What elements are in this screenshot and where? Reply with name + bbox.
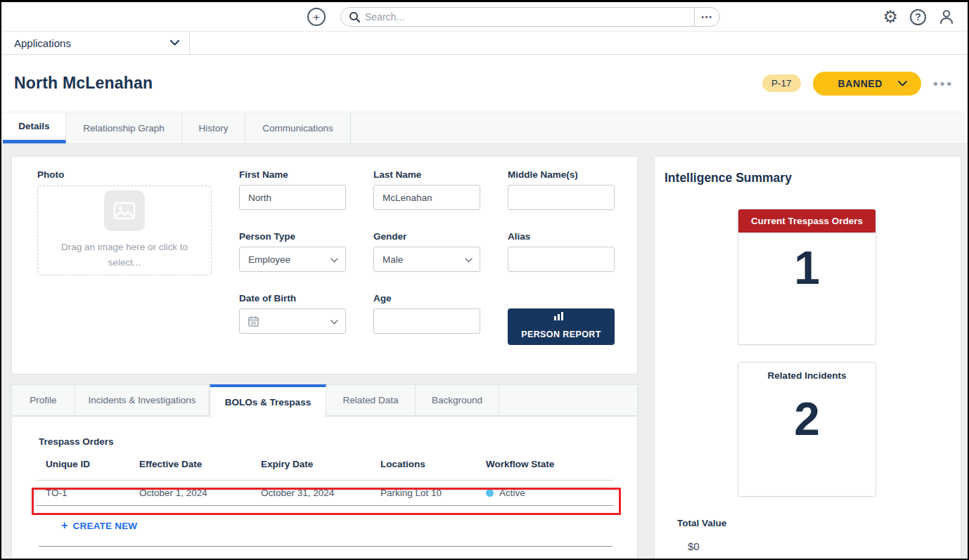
applications-dropdown-label: Applications: [14, 37, 71, 49]
column-effective-date: Effective Date: [129, 456, 251, 481]
person-type-value: Employee: [248, 254, 290, 265]
last-name-label: Last Name: [373, 169, 421, 180]
content-area: Photo Drag an image here or click to sel…: [1, 144, 968, 559]
workflow-status-label: BANNED: [838, 78, 883, 89]
column-expiry-date: Expiry Date: [251, 456, 371, 481]
tab-details[interactable]: Details: [3, 112, 66, 143]
page-title: North McLenahan: [14, 74, 153, 93]
calendar-icon: [248, 315, 259, 327]
main-tab-bar: Details Relationship Graph History Commu…: [1, 112, 968, 144]
bar-chart-icon: [554, 312, 564, 321]
age-label: Age: [373, 293, 392, 304]
search-input[interactable]: [365, 8, 694, 26]
subtab-background[interactable]: Background: [416, 385, 499, 415]
dob-label: Date of Birth: [239, 293, 296, 304]
page-header-actions: P-17 BANNED •••: [762, 72, 954, 96]
applications-bar: Applications: [1, 32, 968, 55]
topbar-actions: ⚙ ?: [883, 2, 955, 32]
related-incidents-count: 2: [738, 393, 875, 445]
person-report-label: PERSON REPORT: [521, 328, 601, 341]
subtab-profile[interactable]: Profile: [12, 385, 75, 415]
cell-expiry-date[interactable]: October 31, 2024: [251, 481, 371, 506]
person-details-card: Photo Drag an image here or click to sel…: [11, 156, 638, 375]
related-incidents-header: Related Incidents: [738, 363, 875, 384]
middle-name-label: Middle Name(s): [508, 169, 578, 180]
column-unique-id: Unique ID: [36, 456, 129, 481]
chevron-down-icon: [170, 40, 179, 46]
middle-name-field[interactable]: [508, 185, 615, 210]
intelligence-summary-panel: Intelligence Summary Current Trespass Or…: [654, 156, 961, 560]
current-trespass-orders-header: Current Trespass Orders: [738, 209, 875, 233]
workflow-state-text: Active: [499, 488, 525, 498]
photo-label: Photo: [37, 169, 64, 180]
first-name-label: First Name: [239, 169, 288, 180]
search-bar[interactable]: •••: [340, 7, 720, 27]
cell-locations[interactable]: Parking Lot 10: [371, 481, 476, 506]
age-field[interactable]: [373, 308, 480, 334]
gear-icon[interactable]: ⚙: [883, 8, 898, 25]
total-value-amount: $0: [688, 540, 700, 552]
column-locations: Locations: [371, 456, 476, 481]
chevron-down-icon: [331, 254, 338, 265]
table-row[interactable]: TO-1 October 1, 2024 October 31, 2024 Pa…: [36, 481, 614, 506]
chevron-down-icon: [331, 316, 338, 327]
tab-relationship-graph[interactable]: Relationship Graph: [66, 112, 182, 143]
alias-label: Alias: [508, 231, 530, 242]
last-name-field[interactable]: [373, 185, 480, 210]
photo-dropzone[interactable]: Drag an image here or click to select...: [37, 185, 212, 275]
first-name-field[interactable]: [239, 185, 346, 210]
person-report-button[interactable]: PERSON REPORT: [508, 308, 615, 345]
active-status-dot: [486, 489, 494, 497]
gender-value: Male: [383, 254, 403, 265]
person-type-label: Person Type: [239, 231, 295, 242]
chevron-down-icon: [898, 81, 907, 86]
related-incidents-card: Related Incidents 2: [738, 362, 876, 497]
dob-picker[interactable]: [239, 308, 346, 334]
table-header-row: Unique ID Effective Date Expiry Date Loc…: [36, 456, 614, 481]
applications-dropdown[interactable]: Applications: [1, 32, 190, 54]
create-new-label: CREATE NEW: [73, 521, 138, 531]
cell-effective-date[interactable]: October 1, 2024: [129, 481, 251, 506]
gender-label: Gender: [373, 231, 406, 242]
current-trespass-orders-card: Current Trespass Orders 1: [738, 209, 876, 345]
subtab-bolos-trespass[interactable]: BOLOs & Trespass: [210, 384, 326, 417]
person-type-select[interactable]: Employee: [239, 247, 346, 272]
dropzone-hint-text: Drag an image here or click to select...: [51, 240, 198, 270]
chevron-down-icon: [465, 254, 473, 265]
app-window: + ••• ⚙ ? Applications North McLenahan P…: [0, 0, 969, 560]
top-bar: + ••• ⚙ ?: [1, 2, 968, 32]
help-icon[interactable]: ?: [910, 9, 926, 25]
cell-workflow-state[interactable]: Active: [476, 481, 614, 506]
total-value-label: Total Value: [677, 518, 726, 528]
search-icon: [349, 11, 360, 22]
gender-select[interactable]: Male: [373, 247, 480, 272]
subtab-related-data[interactable]: Related Data: [326, 385, 416, 415]
subtab-incidents-investigations[interactable]: Incidents & Investigations: [75, 385, 210, 415]
user-icon[interactable]: [938, 8, 955, 25]
page-header: North McLenahan P-17 BANNED •••: [1, 55, 968, 112]
record-id-badge: P-17: [762, 74, 801, 92]
alias-field[interactable]: [508, 247, 615, 272]
tab-history[interactable]: History: [182, 112, 245, 143]
intelligence-summary-title: Intelligence Summary: [665, 171, 792, 185]
trespass-orders-title: Trespass Orders: [39, 436, 114, 447]
quick-add-button[interactable]: +: [307, 8, 326, 26]
image-icon: [104, 190, 145, 231]
plus-icon: +: [61, 520, 68, 531]
tab-communications[interactable]: Communications: [245, 112, 351, 143]
trespass-orders-panel: Trespass Orders Unique ID Effective Date…: [11, 416, 638, 560]
plus-icon: +: [313, 11, 320, 23]
create-new-button[interactable]: + CREATE NEW: [61, 520, 137, 531]
more-actions-button[interactable]: •••: [933, 76, 954, 91]
current-trespass-orders-count: 1: [738, 242, 875, 294]
trespass-orders-table: Unique ID Effective Date Expiry Date Loc…: [36, 456, 614, 506]
section-divider: [39, 546, 612, 547]
cell-unique-id[interactable]: TO-1: [36, 481, 129, 506]
search-options-button[interactable]: •••: [694, 8, 719, 26]
sub-tab-bar: Profile Incidents & Investigations BOLOs…: [11, 384, 638, 416]
workflow-status-button[interactable]: BANNED: [813, 72, 922, 96]
column-workflow-state: Workflow State: [476, 456, 614, 481]
